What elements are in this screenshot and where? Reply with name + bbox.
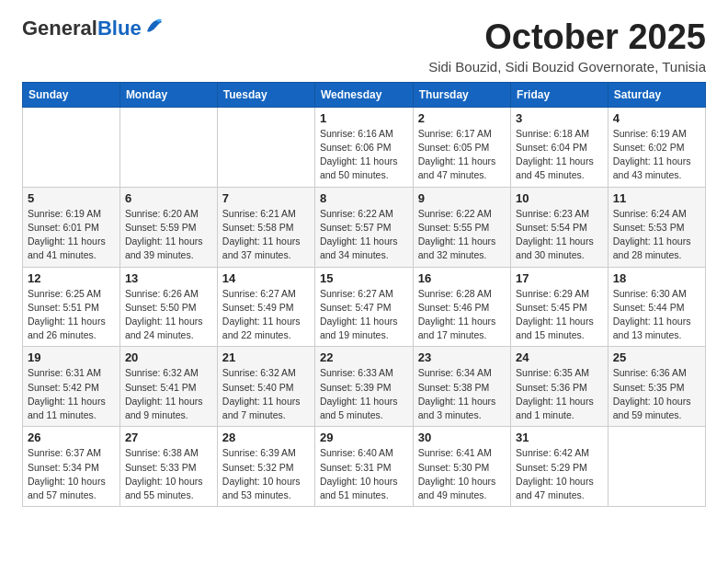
calendar-cell: 5Sunrise: 6:19 AMSunset: 6:01 PMDaylight…	[23, 187, 120, 267]
day-number: 8	[320, 191, 408, 205]
page-header: GeneralBlue October 2025 Sidi Bouzid, Si…	[22, 18, 706, 75]
day-info: Sunrise: 6:17 AMSunset: 6:05 PMDaylight:…	[418, 127, 506, 183]
day-number: 31	[516, 431, 603, 444]
day-info: Sunrise: 6:33 AMSunset: 5:39 PMDaylight:…	[320, 366, 408, 422]
calendar-cell: 14Sunrise: 6:27 AMSunset: 5:49 PMDayligh…	[217, 267, 314, 347]
calendar-cell: 29Sunrise: 6:40 AMSunset: 5:31 PMDayligh…	[314, 427, 413, 507]
col-header-tuesday: Tuesday	[217, 82, 314, 107]
day-info: Sunrise: 6:24 AMSunset: 5:53 PMDaylight:…	[613, 207, 700, 263]
day-info: Sunrise: 6:16 AMSunset: 6:06 PMDaylight:…	[320, 127, 408, 183]
day-info: Sunrise: 6:19 AMSunset: 6:01 PMDaylight:…	[28, 207, 115, 263]
calendar-cell: 13Sunrise: 6:26 AMSunset: 5:50 PMDayligh…	[119, 267, 217, 347]
calendar-cell: 11Sunrise: 6:24 AMSunset: 5:53 PMDayligh…	[608, 187, 705, 267]
col-header-monday: Monday	[119, 82, 217, 107]
calendar-cell: 19Sunrise: 6:31 AMSunset: 5:42 PMDayligh…	[23, 347, 120, 427]
calendar-cell: 26Sunrise: 6:37 AMSunset: 5:34 PMDayligh…	[23, 427, 120, 507]
day-number: 16	[418, 271, 506, 285]
day-info: Sunrise: 6:37 AMSunset: 5:34 PMDaylight:…	[28, 446, 115, 502]
calendar-week-row: 26Sunrise: 6:37 AMSunset: 5:34 PMDayligh…	[23, 427, 706, 507]
day-number: 25	[613, 350, 700, 364]
calendar-cell: 2Sunrise: 6:17 AMSunset: 6:05 PMDaylight…	[413, 107, 510, 187]
title-block: October 2025 Sidi Bouzid, Sidi Bouzid Go…	[428, 18, 706, 75]
calendar-cell: 18Sunrise: 6:30 AMSunset: 5:44 PMDayligh…	[608, 267, 705, 347]
calendar-cell: 25Sunrise: 6:36 AMSunset: 5:35 PMDayligh…	[608, 347, 705, 427]
day-number: 24	[516, 350, 603, 364]
calendar-cell: 6Sunrise: 6:20 AMSunset: 5:59 PMDaylight…	[119, 187, 217, 267]
day-info: Sunrise: 6:41 AMSunset: 5:30 PMDaylight:…	[418, 446, 506, 502]
day-number: 17	[516, 271, 603, 285]
day-number: 1	[320, 111, 408, 125]
col-header-saturday: Saturday	[608, 82, 705, 107]
calendar-cell: 21Sunrise: 6:32 AMSunset: 5:40 PMDayligh…	[217, 347, 314, 427]
day-info: Sunrise: 6:20 AMSunset: 5:59 PMDaylight:…	[125, 207, 212, 263]
day-number: 3	[516, 111, 603, 125]
calendar-cell: 24Sunrise: 6:35 AMSunset: 5:36 PMDayligh…	[511, 347, 609, 427]
day-number: 22	[320, 350, 408, 364]
day-number: 18	[613, 271, 700, 285]
month-title: October 2025	[428, 18, 706, 57]
calendar-cell: 1Sunrise: 6:16 AMSunset: 6:06 PMDaylight…	[314, 107, 413, 187]
day-info: Sunrise: 6:32 AMSunset: 5:41 PMDaylight:…	[125, 366, 212, 422]
calendar-cell	[119, 107, 217, 187]
day-info: Sunrise: 6:29 AMSunset: 5:45 PMDaylight:…	[516, 287, 603, 343]
col-header-thursday: Thursday	[413, 82, 510, 107]
day-number: 12	[28, 271, 115, 285]
calendar-cell: 16Sunrise: 6:28 AMSunset: 5:46 PMDayligh…	[413, 267, 510, 347]
day-info: Sunrise: 6:32 AMSunset: 5:40 PMDaylight:…	[222, 366, 310, 422]
calendar-cell: 12Sunrise: 6:25 AMSunset: 5:51 PMDayligh…	[23, 267, 120, 347]
calendar-cell	[608, 427, 705, 507]
day-info: Sunrise: 6:38 AMSunset: 5:33 PMDaylight:…	[125, 446, 212, 502]
logo-bird-icon	[143, 18, 164, 35]
day-number: 14	[222, 271, 310, 285]
day-info: Sunrise: 6:30 AMSunset: 5:44 PMDaylight:…	[613, 287, 700, 343]
day-number: 15	[320, 271, 408, 285]
calendar-week-row: 1Sunrise: 6:16 AMSunset: 6:06 PMDaylight…	[23, 107, 706, 187]
day-info: Sunrise: 6:31 AMSunset: 5:42 PMDaylight:…	[28, 366, 115, 422]
calendar-cell: 22Sunrise: 6:33 AMSunset: 5:39 PMDayligh…	[314, 347, 413, 427]
calendar-cell: 10Sunrise: 6:23 AMSunset: 5:54 PMDayligh…	[511, 187, 609, 267]
day-number: 26	[28, 431, 115, 444]
day-info: Sunrise: 6:21 AMSunset: 5:58 PMDaylight:…	[222, 207, 310, 263]
col-header-friday: Friday	[511, 82, 609, 107]
day-number: 30	[418, 431, 506, 444]
logo: GeneralBlue	[22, 18, 164, 39]
day-info: Sunrise: 6:35 AMSunset: 5:36 PMDaylight:…	[516, 366, 603, 422]
day-info: Sunrise: 6:39 AMSunset: 5:32 PMDaylight:…	[222, 446, 310, 502]
col-header-wednesday: Wednesday	[314, 82, 413, 107]
calendar-header-row: SundayMondayTuesdayWednesdayThursdayFrid…	[23, 82, 706, 107]
day-info: Sunrise: 6:27 AMSunset: 5:47 PMDaylight:…	[320, 287, 408, 343]
day-info: Sunrise: 6:19 AMSunset: 6:02 PMDaylight:…	[613, 127, 700, 183]
day-number: 7	[222, 191, 310, 205]
logo-general-text: General	[22, 17, 97, 40]
day-info: Sunrise: 6:25 AMSunset: 5:51 PMDaylight:…	[28, 287, 115, 343]
day-number: 6	[125, 191, 212, 205]
calendar-cell: 9Sunrise: 6:22 AMSunset: 5:55 PMDaylight…	[413, 187, 510, 267]
day-info: Sunrise: 6:34 AMSunset: 5:38 PMDaylight:…	[418, 366, 506, 422]
col-header-sunday: Sunday	[23, 82, 120, 107]
day-info: Sunrise: 6:28 AMSunset: 5:46 PMDaylight:…	[418, 287, 506, 343]
day-info: Sunrise: 6:42 AMSunset: 5:29 PMDaylight:…	[516, 446, 603, 502]
day-number: 11	[613, 191, 700, 205]
day-number: 29	[320, 431, 408, 444]
calendar-cell: 27Sunrise: 6:38 AMSunset: 5:33 PMDayligh…	[119, 427, 217, 507]
day-info: Sunrise: 6:40 AMSunset: 5:31 PMDaylight:…	[320, 446, 408, 502]
day-number: 9	[418, 191, 506, 205]
calendar-cell	[23, 107, 120, 187]
calendar-cell: 3Sunrise: 6:18 AMSunset: 6:04 PMDaylight…	[511, 107, 609, 187]
calendar-cell: 20Sunrise: 6:32 AMSunset: 5:41 PMDayligh…	[119, 347, 217, 427]
day-number: 19	[28, 350, 115, 364]
calendar-cell: 15Sunrise: 6:27 AMSunset: 5:47 PMDayligh…	[314, 267, 413, 347]
calendar-cell: 8Sunrise: 6:22 AMSunset: 5:57 PMDaylight…	[314, 187, 413, 267]
day-number: 2	[418, 111, 506, 125]
day-number: 5	[28, 191, 115, 205]
calendar-week-row: 5Sunrise: 6:19 AMSunset: 6:01 PMDaylight…	[23, 187, 706, 267]
day-info: Sunrise: 6:36 AMSunset: 5:35 PMDaylight:…	[613, 366, 700, 422]
calendar-week-row: 12Sunrise: 6:25 AMSunset: 5:51 PMDayligh…	[23, 267, 706, 347]
calendar-week-row: 19Sunrise: 6:31 AMSunset: 5:42 PMDayligh…	[23, 347, 706, 427]
calendar-cell: 31Sunrise: 6:42 AMSunset: 5:29 PMDayligh…	[511, 427, 609, 507]
day-info: Sunrise: 6:26 AMSunset: 5:50 PMDaylight:…	[125, 287, 212, 343]
location-subtitle: Sidi Bouzid, Sidi Bouzid Governorate, Tu…	[428, 59, 706, 75]
calendar-cell: 23Sunrise: 6:34 AMSunset: 5:38 PMDayligh…	[413, 347, 510, 427]
calendar-cell: 30Sunrise: 6:41 AMSunset: 5:30 PMDayligh…	[413, 427, 510, 507]
day-number: 4	[613, 111, 700, 125]
